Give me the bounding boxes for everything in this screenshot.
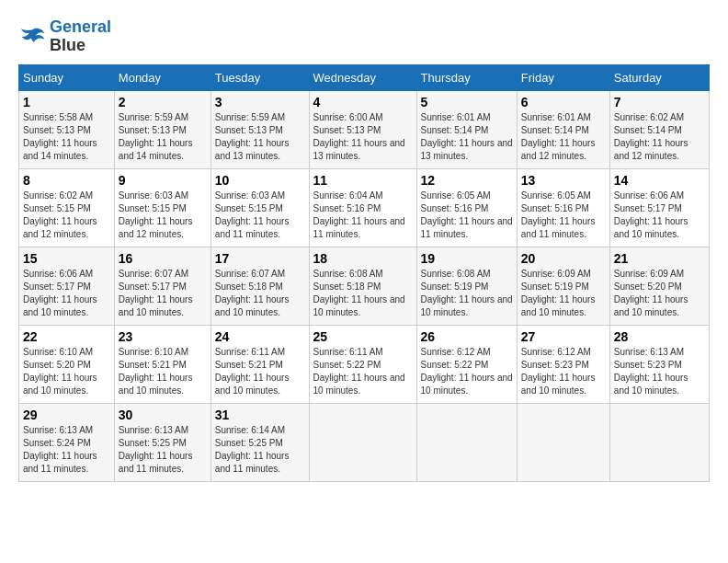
day-number: 9 xyxy=(119,173,207,188)
day-info: Sunrise: 6:08 AM Sunset: 5:18 PM Dayligh… xyxy=(313,268,413,319)
day-info: Sunrise: 6:13 AM Sunset: 5:23 PM Dayligh… xyxy=(614,346,705,397)
day-info: Sunrise: 6:14 AM Sunset: 5:25 PM Dayligh… xyxy=(215,424,305,476)
calendar-cell: 1 Sunrise: 5:58 AM Sunset: 5:13 PM Dayli… xyxy=(19,90,115,168)
day-info: Sunrise: 6:03 AM Sunset: 5:15 PM Dayligh… xyxy=(215,190,305,241)
day-info: Sunrise: 6:01 AM Sunset: 5:14 PM Dayligh… xyxy=(521,111,606,163)
day-info: Sunrise: 6:05 AM Sunset: 5:16 PM Dayligh… xyxy=(421,190,513,241)
day-info: Sunrise: 6:06 AM Sunset: 5:17 PM Dayligh… xyxy=(23,268,110,319)
weekday-header: Saturday xyxy=(609,64,709,90)
calendar-cell: 3 Sunrise: 5:59 AM Sunset: 5:13 PM Dayli… xyxy=(210,90,309,168)
day-number: 12 xyxy=(421,173,513,188)
day-info: Sunrise: 6:09 AM Sunset: 5:19 PM Dayligh… xyxy=(521,268,606,319)
day-info: Sunrise: 6:13 AM Sunset: 5:25 PM Dayligh… xyxy=(119,424,207,476)
day-number: 22 xyxy=(23,329,110,344)
day-number: 24 xyxy=(215,329,305,344)
calendar-cell: 15 Sunrise: 6:06 AM Sunset: 5:17 PM Dayl… xyxy=(19,247,115,325)
calendar-cell: 13 Sunrise: 6:05 AM Sunset: 5:16 PM Dayl… xyxy=(517,168,609,247)
day-info: Sunrise: 6:13 AM Sunset: 5:24 PM Dayligh… xyxy=(23,424,110,476)
day-number: 8 xyxy=(23,173,110,188)
day-number: 2 xyxy=(119,95,207,109)
calendar-cell: 11 Sunrise: 6:04 AM Sunset: 5:16 PM Dayl… xyxy=(309,168,416,247)
day-number: 7 xyxy=(614,95,705,109)
calendar-table: SundayMondayTuesdayWednesdayThursdayFrid… xyxy=(18,64,710,482)
day-number: 14 xyxy=(614,173,705,188)
day-number: 15 xyxy=(23,251,110,266)
calendar-cell: 21 Sunrise: 6:09 AM Sunset: 5:20 PM Dayl… xyxy=(609,247,709,325)
weekday-header: Monday xyxy=(114,64,210,90)
day-info: Sunrise: 6:11 AM Sunset: 5:21 PM Dayligh… xyxy=(215,346,305,397)
calendar-cell: 30 Sunrise: 6:13 AM Sunset: 5:25 PM Dayl… xyxy=(114,403,210,481)
day-number: 18 xyxy=(313,251,413,266)
calendar-cell: 28 Sunrise: 6:13 AM Sunset: 5:23 PM Dayl… xyxy=(609,325,709,403)
day-number: 1 xyxy=(23,95,110,109)
day-info: Sunrise: 6:12 AM Sunset: 5:23 PM Dayligh… xyxy=(521,346,606,397)
calendar-week: 1 Sunrise: 5:58 AM Sunset: 5:13 PM Dayli… xyxy=(19,90,710,168)
logo-text: General Blue xyxy=(50,18,111,55)
weekday-header: Sunday xyxy=(19,64,115,90)
calendar-cell: 26 Sunrise: 6:12 AM Sunset: 5:22 PM Dayl… xyxy=(416,325,517,403)
calendar-cell: 18 Sunrise: 6:08 AM Sunset: 5:18 PM Dayl… xyxy=(309,247,416,325)
calendar-cell xyxy=(416,403,517,481)
day-info: Sunrise: 5:59 AM Sunset: 5:13 PM Dayligh… xyxy=(119,111,207,163)
weekday-header: Friday xyxy=(517,64,609,90)
day-info: Sunrise: 6:00 AM Sunset: 5:13 PM Dayligh… xyxy=(313,111,413,163)
calendar-cell: 2 Sunrise: 5:59 AM Sunset: 5:13 PM Dayli… xyxy=(114,90,210,168)
day-info: Sunrise: 6:11 AM Sunset: 5:22 PM Dayligh… xyxy=(313,346,413,397)
calendar-cell: 7 Sunrise: 6:02 AM Sunset: 5:14 PM Dayli… xyxy=(609,90,709,168)
logo-icon xyxy=(18,23,46,51)
day-number: 29 xyxy=(23,408,110,422)
weekday-header: Thursday xyxy=(416,64,517,90)
weekday-header: Tuesday xyxy=(210,64,309,90)
calendar-cell: 14 Sunrise: 6:06 AM Sunset: 5:17 PM Dayl… xyxy=(609,168,709,247)
day-info: Sunrise: 6:10 AM Sunset: 5:20 PM Dayligh… xyxy=(23,346,110,397)
day-number: 16 xyxy=(119,251,207,266)
calendar-cell: 6 Sunrise: 6:01 AM Sunset: 5:14 PM Dayli… xyxy=(517,90,609,168)
calendar-cell: 10 Sunrise: 6:03 AM Sunset: 5:15 PM Dayl… xyxy=(210,168,309,247)
calendar-cell: 9 Sunrise: 6:03 AM Sunset: 5:15 PM Dayli… xyxy=(114,168,210,247)
calendar-cell: 25 Sunrise: 6:11 AM Sunset: 5:22 PM Dayl… xyxy=(309,325,416,403)
day-number: 6 xyxy=(521,95,606,109)
day-number: 31 xyxy=(215,408,305,422)
day-info: Sunrise: 6:08 AM Sunset: 5:19 PM Dayligh… xyxy=(421,268,513,319)
day-number: 26 xyxy=(421,329,513,344)
calendar-cell: 8 Sunrise: 6:02 AM Sunset: 5:15 PM Dayli… xyxy=(19,168,115,247)
logo: General Blue xyxy=(18,18,111,55)
calendar-cell: 4 Sunrise: 6:00 AM Sunset: 5:13 PM Dayli… xyxy=(309,90,416,168)
day-info: Sunrise: 6:12 AM Sunset: 5:22 PM Dayligh… xyxy=(421,346,513,397)
calendar-cell xyxy=(609,403,709,481)
day-number: 4 xyxy=(313,95,413,109)
day-info: Sunrise: 6:03 AM Sunset: 5:15 PM Dayligh… xyxy=(119,190,207,241)
day-number: 30 xyxy=(119,408,207,422)
day-number: 10 xyxy=(215,173,305,188)
calendar-cell: 12 Sunrise: 6:05 AM Sunset: 5:16 PM Dayl… xyxy=(416,168,517,247)
day-number: 19 xyxy=(421,251,513,266)
day-number: 17 xyxy=(215,251,305,266)
calendar-week: 22 Sunrise: 6:10 AM Sunset: 5:20 PM Dayl… xyxy=(19,325,710,403)
day-info: Sunrise: 6:07 AM Sunset: 5:18 PM Dayligh… xyxy=(215,268,305,319)
calendar-cell xyxy=(517,403,609,481)
day-number: 21 xyxy=(614,251,705,266)
calendar-body: 1 Sunrise: 5:58 AM Sunset: 5:13 PM Dayli… xyxy=(19,90,710,481)
calendar-week: 15 Sunrise: 6:06 AM Sunset: 5:17 PM Dayl… xyxy=(19,247,710,325)
day-number: 13 xyxy=(521,173,606,188)
day-number: 23 xyxy=(119,329,207,344)
day-info: Sunrise: 6:06 AM Sunset: 5:17 PM Dayligh… xyxy=(614,190,705,241)
calendar-cell xyxy=(309,403,416,481)
calendar-cell: 31 Sunrise: 6:14 AM Sunset: 5:25 PM Dayl… xyxy=(210,403,309,481)
calendar-cell: 5 Sunrise: 6:01 AM Sunset: 5:14 PM Dayli… xyxy=(416,90,517,168)
calendar-cell: 19 Sunrise: 6:08 AM Sunset: 5:19 PM Dayl… xyxy=(416,247,517,325)
calendar-cell: 17 Sunrise: 6:07 AM Sunset: 5:18 PM Dayl… xyxy=(210,247,309,325)
day-info: Sunrise: 5:58 AM Sunset: 5:13 PM Dayligh… xyxy=(23,111,110,163)
day-number: 25 xyxy=(313,329,413,344)
day-number: 5 xyxy=(421,95,513,109)
day-info: Sunrise: 6:04 AM Sunset: 5:16 PM Dayligh… xyxy=(313,190,413,241)
calendar-week: 8 Sunrise: 6:02 AM Sunset: 5:15 PM Dayli… xyxy=(19,168,710,247)
calendar-week: 29 Sunrise: 6:13 AM Sunset: 5:24 PM Dayl… xyxy=(19,403,710,481)
day-info: Sunrise: 6:10 AM Sunset: 5:21 PM Dayligh… xyxy=(119,346,207,397)
day-info: Sunrise: 6:02 AM Sunset: 5:15 PM Dayligh… xyxy=(23,190,110,241)
day-number: 20 xyxy=(521,251,606,266)
day-info: Sunrise: 5:59 AM Sunset: 5:13 PM Dayligh… xyxy=(215,111,305,163)
calendar-cell: 20 Sunrise: 6:09 AM Sunset: 5:19 PM Dayl… xyxy=(517,247,609,325)
calendar-cell: 29 Sunrise: 6:13 AM Sunset: 5:24 PM Dayl… xyxy=(19,403,115,481)
day-number: 27 xyxy=(521,329,606,344)
